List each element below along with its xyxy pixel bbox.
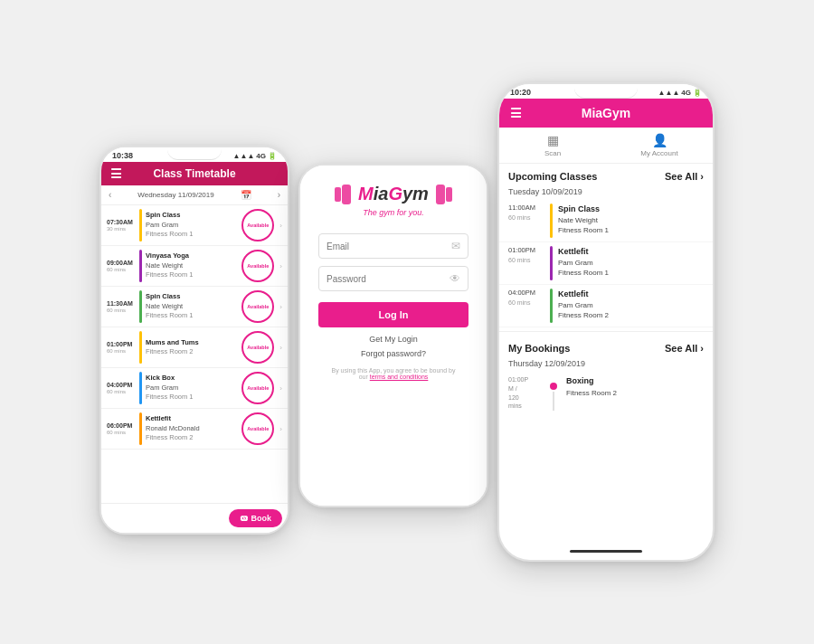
right-class-info: Kettlefit Pam Gram Fitness Room 1 bbox=[558, 246, 609, 280]
class-color-bar bbox=[139, 331, 142, 364]
class-time-col: 09:00AM 60 mins bbox=[107, 259, 136, 274]
upcoming-class-item[interactable]: 01:00PM 60 mins Kettlefit Pam Gram Fitne… bbox=[499, 242, 713, 285]
right-status-icons: ▲▲▲ 4G 🔋 bbox=[658, 89, 702, 97]
class-item[interactable]: 09:00AM 60 mins Vinyasa Yoga Nate Weight… bbox=[101, 246, 288, 287]
wifi-icon: ▲▲▲ bbox=[658, 89, 680, 97]
upcoming-see-all[interactable]: See All › bbox=[665, 171, 704, 182]
tab-my-account[interactable]: 👤 My Account bbox=[606, 128, 713, 163]
upcoming-section-header: Upcoming Classes See All › bbox=[499, 164, 713, 185]
available-button[interactable]: Available bbox=[241, 290, 274, 323]
left-phone: 10:38 ▲▲▲ 4G 🔋 ☰ Class Timetable ‹ Wedne… bbox=[99, 146, 289, 535]
right-class-info: Kettlefit Pam Gram Fitness Room 2 bbox=[558, 289, 609, 323]
right-color-bar bbox=[550, 204, 553, 238]
class-time-col: 11:30AM 60 mins bbox=[107, 299, 136, 315]
class-item[interactable]: 04:00PM 60 mins Kick Box Pam Gram Fitnes… bbox=[101, 368, 288, 409]
tab-bar: ▦ Scan 👤 My Account bbox=[499, 128, 713, 164]
right-notch bbox=[574, 84, 638, 99]
class-info: Vinyasa Yoga Nate Weight Fitness Room 1 bbox=[146, 251, 238, 280]
plate-outer-r bbox=[436, 185, 445, 204]
class-color-bar bbox=[139, 209, 142, 242]
right-class-info: Spin Class Nate Weight Fitness Room 1 bbox=[558, 204, 609, 238]
middle-phone: MiaGym The gym for you. ✉ 👁 bbox=[298, 164, 488, 507]
logo-tagline: The gym for you. bbox=[363, 208, 424, 217]
bookings-title: My Bookings bbox=[508, 343, 570, 354]
upcoming-date: Tuesday 10/09/2019 bbox=[499, 185, 713, 200]
eye-icon[interactable]: 👁 bbox=[450, 272, 460, 285]
class-info: Kettlefit Ronald McDonald Fitness Room 2 bbox=[146, 414, 238, 443]
book-button[interactable]: 🎟 Book bbox=[229, 509, 283, 527]
miagym-logo: MiaGym The gym for you. bbox=[335, 184, 452, 217]
class-info: Spin Class Pam Gram Fitness Room 1 bbox=[146, 211, 238, 240]
logo-g: G bbox=[388, 184, 402, 204]
next-date-arrow[interactable]: › bbox=[278, 190, 280, 200]
row-arrow: › bbox=[279, 344, 282, 352]
class-info: Kick Box Pam Gram Fitness Room 1 bbox=[146, 374, 238, 402]
network-label: 4G bbox=[256, 152, 266, 160]
home-indicator bbox=[570, 550, 642, 553]
left-menu-icon[interactable]: ☰ bbox=[110, 166, 122, 181]
prev-date-arrow[interactable]: ‹ bbox=[109, 190, 111, 200]
signal-icon: ▲▲▲ bbox=[233, 152, 255, 160]
barbell-right bbox=[436, 185, 452, 204]
upcoming-title: Upcoming Classes bbox=[508, 171, 597, 182]
available-button[interactable]: Available bbox=[241, 331, 274, 364]
class-color-bar bbox=[139, 250, 142, 282]
row-arrow: › bbox=[279, 425, 282, 433]
available-button[interactable]: Available bbox=[241, 412, 274, 445]
class-list: 07:30AM 30 mins Spin Class Pam Gram Fitn… bbox=[101, 205, 288, 486]
forgot-password-link[interactable]: Forgot password? bbox=[361, 349, 426, 358]
see-all-arrow-icon: › bbox=[700, 171, 704, 182]
booking-item[interactable]: 01:00P M / 120 mins Boxing Fitness Room … bbox=[499, 372, 713, 414]
password-field-wrapper: 👁 bbox=[318, 266, 469, 291]
scene: 10:38 ▲▲▲ 4G 🔋 ☰ Class Timetable ‹ Wedne… bbox=[99, 82, 715, 562]
password-input[interactable] bbox=[327, 274, 444, 284]
right-network-label: 4G bbox=[681, 89, 691, 97]
available-button[interactable]: Available bbox=[241, 372, 274, 404]
class-item[interactable]: 07:30AM 30 mins Spin Class Pam Gram Fitn… bbox=[101, 205, 288, 246]
get-login-link[interactable]: Get My Login bbox=[369, 335, 418, 344]
left-app-header: ☰ Class Timetable bbox=[101, 162, 288, 185]
email-icon: ✉ bbox=[451, 240, 460, 252]
date-nav: ‹ Wednesday 11/09/2019 📅 › bbox=[101, 185, 288, 205]
right-app-header: ☰ MiaGym bbox=[499, 99, 713, 128]
login-form: ✉ 👁 Log In bbox=[318, 233, 469, 327]
right-phone: 10:20 ▲▲▲ 4G 🔋 ☰ MiaGym ▦ Scan 👤 My Acco… bbox=[497, 82, 715, 562]
login-links: Get My Login Forgot password? bbox=[361, 335, 426, 358]
calendar-icon[interactable]: 📅 bbox=[241, 190, 251, 200]
right-time-col: 01:00PM 60 mins bbox=[508, 246, 544, 280]
class-item[interactable]: 11:30AM 60 mins Spin Class Nate Weight F… bbox=[101, 287, 288, 327]
login-button[interactable]: Log In bbox=[318, 302, 469, 327]
left-time: 10:38 bbox=[112, 151, 133, 160]
available-button[interactable]: Available bbox=[241, 250, 274, 282]
section-divider bbox=[499, 331, 713, 332]
booking-dot bbox=[550, 383, 557, 390]
terms-link[interactable]: terms and conditions bbox=[370, 374, 429, 380]
bookings-date: Thursday 12/09/2019 bbox=[499, 357, 713, 372]
class-item[interactable]: 01:00PM 60 mins Mums and Tums Fitness Ro… bbox=[101, 327, 288, 368]
left-header-title: Class Timetable bbox=[153, 167, 235, 180]
class-item[interactable]: 06:00PM 60 mins Kettlefit Ronald McDonal… bbox=[101, 409, 288, 450]
upcoming-class-item[interactable]: 04:00PM 60 mins Kettlefit Pam Gram Fitne… bbox=[499, 285, 713, 327]
class-info: Mums and Tums Fitness Room 2 bbox=[146, 338, 238, 357]
row-arrow: › bbox=[279, 262, 282, 270]
timeline-line bbox=[553, 392, 554, 411]
tab-account-label: My Account bbox=[640, 149, 677, 157]
barbell-left bbox=[335, 185, 351, 204]
right-time-col: 04:00PM 60 mins bbox=[508, 289, 544, 323]
upcoming-class-item[interactable]: 11:00AM 60 mins Spin Class Nate Weight F… bbox=[499, 200, 713, 242]
right-time-col: 11:00AM 60 mins bbox=[508, 204, 544, 238]
logo-graphic: MiaGym bbox=[335, 184, 452, 204]
right-menu-icon[interactable]: ☰ bbox=[510, 106, 522, 120]
booking-time-col: 01:00P M / 120 mins bbox=[508, 375, 544, 411]
available-button[interactable]: Available bbox=[241, 209, 274, 242]
bookings-see-all[interactable]: See All › bbox=[665, 343, 704, 354]
bookings-section-header: My Bookings See All › bbox=[499, 336, 713, 357]
login-content: MiaGym The gym for you. ✉ 👁 bbox=[300, 166, 487, 506]
class-color-bar bbox=[139, 290, 142, 323]
email-input[interactable] bbox=[327, 242, 446, 251]
account-icon: 👤 bbox=[652, 133, 667, 147]
login-footer: By using this App, you agree to be bound… bbox=[318, 367, 469, 380]
right-battery-icon: 🔋 bbox=[693, 89, 702, 97]
tab-scan[interactable]: ▦ Scan bbox=[499, 128, 606, 163]
current-date: Wednesday 11/09/2019 bbox=[137, 191, 213, 199]
